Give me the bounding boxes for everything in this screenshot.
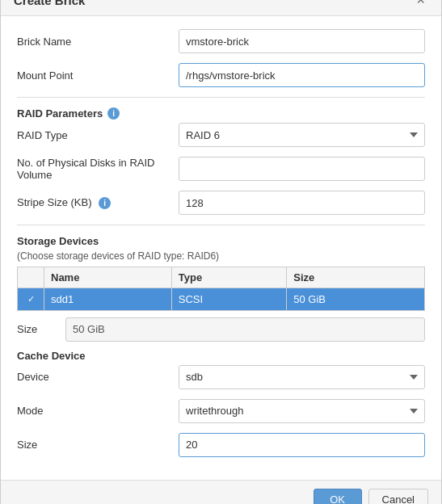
brick-name-row: Brick Name	[17, 29, 425, 53]
stripe-size-input[interactable]	[179, 191, 425, 215]
create-brick-dialog: Create Brick × Brick Name Mount Point RA…	[0, 0, 442, 504]
brick-name-input[interactable]	[179, 29, 425, 53]
cache-section-title: Cache Device	[17, 350, 425, 362]
storage-size-row: Size 50 GiB	[17, 317, 425, 342]
col-size: Size	[287, 267, 425, 288]
dialog-header: Create Brick ×	[1, 0, 441, 16]
row-checkbox[interactable]	[24, 293, 37, 306]
physical-disks-label: No. of Physical Disks in RAID Volume	[17, 157, 179, 181]
device-row: Device sda sdb sdc	[17, 365, 425, 389]
size-value: 50 GiB	[65, 317, 425, 342]
mount-point-label: Mount Point	[17, 69, 179, 82]
mount-point-row: Mount Point	[17, 63, 425, 87]
mode-row: Mode writethrough writeback passthrough	[17, 399, 425, 423]
storage-table: Name Type Size sdd1 SCSI 50 GiB	[17, 267, 425, 311]
divider-2	[17, 225, 425, 225]
cancel-button[interactable]: Cancel	[368, 489, 428, 504]
mount-point-input[interactable]	[179, 63, 425, 87]
device-label: Device	[17, 371, 179, 383]
row-size: 50 GiB	[287, 288, 425, 311]
cache-size-row: Size	[17, 433, 425, 457]
divider-1	[17, 97, 425, 98]
stripe-size-row: Stripe Size (KB) i	[17, 191, 425, 215]
physical-disks-row: No. of Physical Disks in RAID Volume	[17, 157, 425, 181]
mode-label: Mode	[17, 405, 179, 417]
cache-size-label: Size	[17, 439, 179, 451]
cache-device-section: Cache Device Device sda sdb sdc Mode wri…	[17, 350, 425, 457]
raid-section-title: RAID Parameters i	[17, 107, 425, 120]
storage-section-subtitle: (Choose storage devices of RAID type: RA…	[17, 250, 425, 262]
dialog-title: Create Brick	[14, 0, 85, 7]
col-type: Type	[171, 267, 286, 288]
raid-type-select[interactable]: RAID 5 RAID 6 RAID 10	[179, 123, 425, 147]
row-checkbox-cell	[18, 288, 44, 311]
close-button[interactable]: ×	[413, 0, 428, 7]
cache-size-input[interactable]	[179, 433, 425, 457]
table-row[interactable]: sdd1 SCSI 50 GiB	[18, 288, 425, 311]
storage-section-title: Storage Devices	[17, 235, 425, 247]
ok-button[interactable]: OK	[314, 489, 362, 504]
row-type: SCSI	[171, 288, 286, 311]
row-name: sdd1	[44, 288, 172, 311]
raid-info-icon[interactable]: i	[107, 107, 120, 120]
mode-select[interactable]: writethrough writeback passthrough	[179, 399, 425, 423]
dialog-footer: OK Cancel	[1, 480, 441, 504]
stripe-info-icon[interactable]: i	[99, 197, 111, 209]
table-header-row: Name Type Size	[18, 267, 425, 288]
col-name: Name	[44, 267, 172, 288]
col-checkbox	[18, 267, 44, 288]
dialog-body: Brick Name Mount Point RAID Parameters i…	[1, 16, 441, 480]
raid-type-row: RAID Type RAID 5 RAID 6 RAID 10	[17, 123, 425, 147]
stripe-size-label: Stripe Size (KB) i	[17, 196, 179, 209]
raid-type-label: RAID Type	[17, 129, 179, 141]
brick-name-label: Brick Name	[17, 36, 179, 48]
physical-disks-input[interactable]	[179, 157, 425, 181]
device-select[interactable]: sda sdb sdc	[179, 365, 425, 389]
size-label: Size	[17, 323, 65, 335]
storage-devices-section: Storage Devices (Choose storage devices …	[17, 235, 425, 342]
